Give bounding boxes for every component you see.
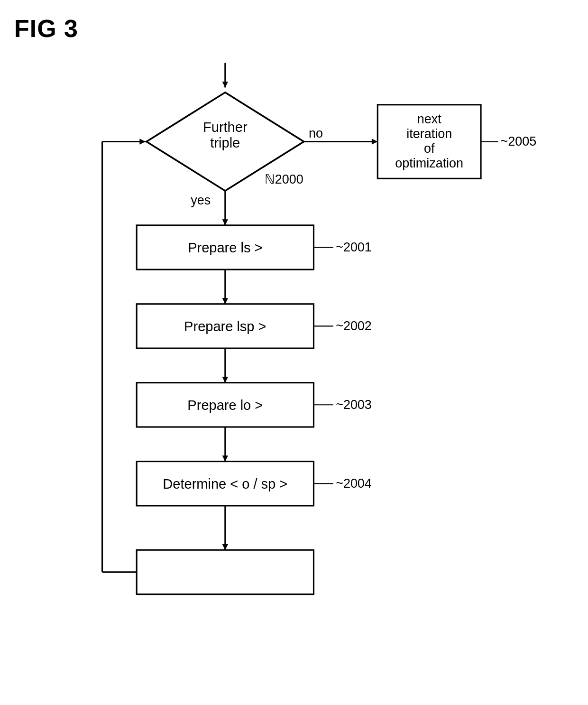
yes-label: yes [191, 193, 211, 207]
box-2002-label: Prepare lsp > [184, 319, 266, 334]
next-iter-line2: iteration [406, 127, 452, 141]
next-iter-line1: next [417, 112, 441, 126]
svg-marker-1 [222, 82, 228, 87]
ref-2001: ~2001 [336, 240, 372, 254]
svg-marker-16 [222, 377, 228, 382]
no-label: no [309, 126, 323, 140]
svg-marker-29 [139, 139, 145, 144]
diamond-label2: triple [210, 135, 240, 150]
box-2004-label: Determine < o / sp > [163, 476, 287, 492]
next-iter-line4: optimization [395, 156, 463, 170]
page-container: FIG 3 Further triple ℕ2000 no next itera… [0, 0, 588, 705]
svg-marker-8 [222, 219, 228, 225]
ref-2003: ~2003 [336, 398, 372, 412]
svg-marker-4 [372, 139, 377, 144]
svg-rect-25 [137, 550, 313, 594]
svg-marker-24 [222, 544, 228, 550]
ref-2000: ℕ2000 [265, 172, 303, 186]
box-2003-label: Prepare lo > [187, 398, 263, 413]
svg-marker-12 [222, 298, 228, 304]
ref-2005: ~2005 [501, 134, 537, 148]
svg-marker-20 [222, 455, 228, 461]
flowchart-diagram: Further triple ℕ2000 no next iteration o… [14, 28, 574, 693]
diamond-label: Further [203, 120, 248, 135]
ref-2002: ~2002 [336, 319, 372, 333]
ref-2004: ~2004 [336, 476, 372, 491]
box-2001-label: Prepare ls > [188, 240, 262, 255]
next-iter-line3: of [424, 141, 435, 156]
